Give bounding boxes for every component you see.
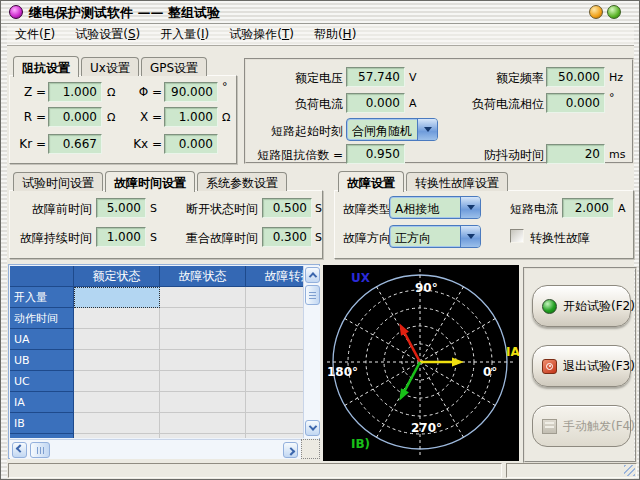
rated-freq-label: 额定频率	[454, 70, 544, 87]
z-input[interactable]: 1.000	[48, 82, 102, 102]
table-cell[interactable]	[246, 413, 303, 434]
manual-trigger-button[interactable]: 手动触发(F4)	[532, 405, 631, 447]
prefault-time-input[interactable]: 5.000	[96, 198, 146, 218]
row-header-1[interactable]: 动作时间	[10, 308, 74, 329]
load-phase-input[interactable]: 0.000	[546, 93, 605, 113]
scroll-right-button[interactable]	[283, 442, 298, 458]
exit-test-button[interactable]: 退出试验(F3)	[532, 345, 631, 387]
impedance-mult-label: 短路阻抗倍数 =	[246, 147, 343, 164]
minimize-button[interactable]	[589, 5, 603, 19]
tab-fault-settings[interactable]: 故障设置	[338, 171, 404, 192]
table-cell[interactable]	[160, 287, 246, 308]
tab-system-params[interactable]: 系统参数设置	[197, 172, 287, 191]
exit-test-label: 退出试验(F3)	[563, 358, 635, 375]
close-button[interactable]	[607, 5, 621, 19]
dropdown-arrow-icon[interactable]	[417, 119, 437, 140]
phasor-diagram: UX 90° IA 180° 0° 270° IB)	[323, 265, 519, 461]
table-cell[interactable]	[246, 392, 303, 413]
tab-impedance-settings[interactable]: 阻抗设置	[13, 56, 79, 77]
table-cell[interactable]	[246, 308, 303, 329]
table-cell[interactable]	[74, 350, 160, 371]
kr-input[interactable]: 0.667	[48, 134, 102, 154]
short-current-input[interactable]: 2.000	[562, 198, 614, 218]
resize-grip[interactable]	[624, 465, 635, 476]
row-header-6[interactable]: IB	[10, 413, 74, 434]
impedance-panel: Z = 1.000 Ω Φ = 90.000 ° R = 0.000 Ω X =…	[9, 75, 237, 164]
short-start-dropdown[interactable]: 合闸角随机	[346, 118, 438, 141]
time-tabstrip: 试验时间设置 故障时间设置 系统参数设置	[13, 170, 289, 191]
table-cell[interactable]	[74, 329, 160, 350]
column-header-2[interactable]: 故障转换	[246, 266, 303, 287]
fault-duration-input[interactable]: 1.000	[96, 227, 146, 247]
tab-gps-settings[interactable]: GPS设置	[141, 57, 207, 76]
scroll-down-button[interactable]	[305, 420, 320, 436]
dropdown-arrow-icon[interactable]	[460, 226, 480, 247]
rated-voltage-input[interactable]: 57.740	[346, 67, 405, 87]
x-input[interactable]: 1.000	[164, 107, 218, 127]
column-header-1[interactable]: 故障状态	[160, 266, 246, 287]
menu-item-4[interactable]: 帮助(H)	[304, 24, 366, 45]
r-input[interactable]: 0.000	[48, 107, 102, 127]
reclose-fault-time-input[interactable]: 0.300	[262, 227, 312, 247]
row-header-7[interactable]: IC	[10, 434, 74, 438]
table-cell[interactable]	[74, 434, 160, 438]
table-cell[interactable]	[246, 287, 303, 308]
row-header-5[interactable]: IA	[10, 392, 74, 413]
tab-ux-settings[interactable]: Ux设置	[81, 57, 139, 76]
dropdown-arrow-icon[interactable]	[460, 197, 480, 218]
rated-freq-input[interactable]: 50.000	[546, 67, 605, 87]
phi-input[interactable]: 90.000	[164, 82, 218, 102]
debounce-input[interactable]: 20	[546, 144, 605, 164]
impedance-mult-input[interactable]: 0.950	[346, 144, 405, 164]
table-cell[interactable]	[74, 308, 160, 329]
table-cell[interactable]	[160, 308, 246, 329]
table-vertical-scrollbar[interactable]	[303, 266, 320, 438]
fault-direction-value: 正方向	[390, 226, 460, 247]
tab-test-time[interactable]: 试验时间设置	[13, 172, 103, 191]
status-bar-right	[506, 463, 637, 478]
scroll-left-button[interactable]	[12, 442, 27, 458]
menu-item-3[interactable]: 试验操作(T)	[219, 24, 304, 45]
table-cell[interactable]	[246, 434, 303, 438]
row-header-2[interactable]: UA	[10, 329, 74, 350]
horizontal-scroll-thumb[interactable]	[30, 442, 50, 458]
vertical-scroll-thumb[interactable]	[305, 285, 320, 305]
manual-trigger-label: 手动触发(F4)	[563, 418, 635, 435]
column-header-0[interactable]: 额定状态	[74, 266, 160, 287]
manual-trigger-icon	[542, 419, 557, 434]
table-cell[interactable]	[74, 392, 160, 413]
fault-direction-dropdown[interactable]: 正方向	[389, 225, 481, 248]
fault-type-dropdown[interactable]: A相接地	[389, 196, 481, 219]
table-cell[interactable]	[160, 350, 246, 371]
tab-fault-time[interactable]: 故障时间设置	[105, 171, 195, 192]
row-header-3[interactable]: UB	[10, 350, 74, 371]
kx-input[interactable]: 0.000	[164, 134, 218, 154]
scroll-up-button[interactable]	[305, 267, 320, 283]
table-cell[interactable]	[246, 329, 303, 350]
table-cell[interactable]	[74, 287, 160, 308]
row-header-0[interactable]: 开入量	[10, 287, 74, 308]
tab-convert-fault-settings[interactable]: 转换性故障设置	[406, 172, 508, 191]
open-state-time-input[interactable]: 0.500	[262, 198, 312, 218]
kx-label: Kx =	[118, 137, 162, 151]
phi-unit: °	[222, 80, 228, 93]
menu-item-2[interactable]: 开入量(I)	[150, 24, 219, 45]
table-cell[interactable]	[74, 371, 160, 392]
debounce-unit: ms	[609, 148, 625, 161]
table-cell[interactable]	[160, 329, 246, 350]
convert-fault-checkbox[interactable]	[510, 229, 524, 243]
load-current-input[interactable]: 0.000	[346, 93, 405, 113]
menu-item-1[interactable]: 试验设置(S)	[65, 24, 150, 45]
table-cell[interactable]	[160, 413, 246, 434]
menu-item-0[interactable]: 文件(F)	[5, 24, 65, 45]
table-cell[interactable]	[160, 392, 246, 413]
table-cell[interactable]	[246, 371, 303, 392]
start-test-button[interactable]: 开始试验(F2)	[532, 285, 631, 327]
row-header-4[interactable]: UC	[10, 371, 74, 392]
table-cell[interactable]	[160, 434, 246, 438]
table-cell[interactable]	[74, 413, 160, 434]
table-cell[interactable]	[160, 371, 246, 392]
table-horizontal-scrollbar[interactable]	[10, 439, 302, 459]
table-cell[interactable]	[246, 350, 303, 371]
z-label: Z =	[10, 85, 46, 99]
